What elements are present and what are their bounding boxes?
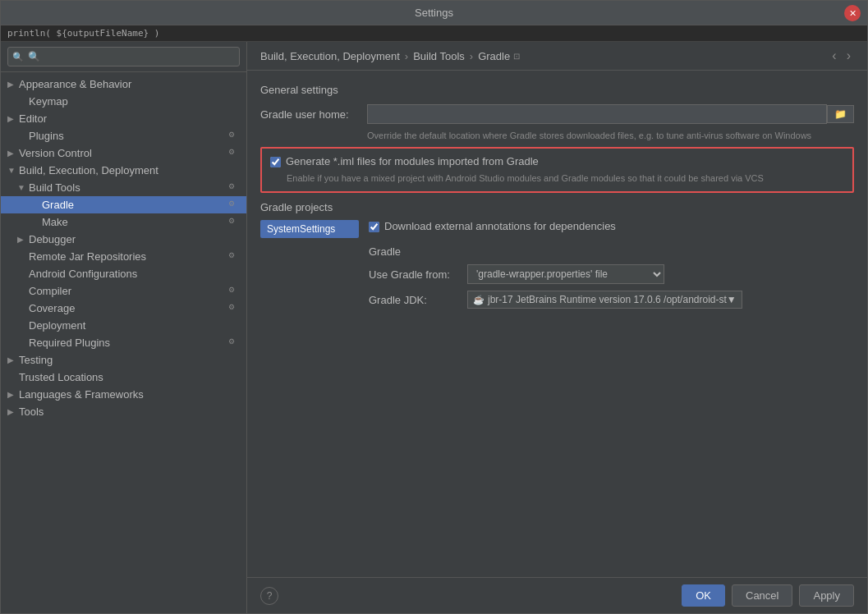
collapse-arrow: ▼ (17, 183, 29, 192)
sidebar-item-label: Appearance & Behavior (19, 78, 240, 90)
generate-iml-label: Generate *.iml files for modules importe… (286, 155, 539, 167)
sidebar-item-tools[interactable]: ▶ Tools (1, 403, 246, 420)
search-bar: 🔍 (1, 42, 246, 72)
sidebar-item-label: Remote Jar Repositories (29, 250, 228, 263)
collapse-arrow: ▶ (7, 114, 19, 123)
sidebar-item-label: Compiler (29, 285, 228, 297)
collapse-arrow: ▶ (17, 235, 29, 244)
gradle-jdk-select[interactable]: ☕ jbr-17 JetBrains Runtime version 17.0.… (467, 291, 742, 309)
sidebar-item-keymap[interactable]: Keymap (1, 93, 246, 110)
settings-badge: ⚙ (228, 337, 240, 349)
settings-badge: ⚙ (228, 286, 240, 297)
gradle-projects-container: SystemSettings Download external annotat… (260, 220, 854, 315)
download-annotations-checkbox[interactable] (369, 222, 379, 232)
download-annotations-row: Download external annotations for depend… (369, 220, 854, 232)
collapse-arrow: ▼ (7, 166, 19, 175)
browse-button[interactable]: 📁 (827, 105, 854, 123)
generate-iml-hint: Enable if you have a mixed project with … (270, 172, 844, 185)
gradle-user-home-label: Gradle user home: (260, 108, 367, 121)
settings-badge: ⚙ (228, 148, 240, 159)
breadcrumb-back-button[interactable]: ‹ (829, 48, 839, 63)
collapse-arrow: ▶ (7, 390, 19, 399)
breadcrumb-sep1: › (405, 50, 408, 62)
download-annotations-label: Download external annotations for depend… (384, 220, 616, 232)
sidebar-item-android-configs[interactable]: Android Configurations (1, 265, 246, 282)
project-item-system-settings[interactable]: SystemSettings (260, 220, 359, 238)
generate-iml-box: Generate *.iml files for modules importe… (260, 147, 854, 193)
gradle-jdk-label: Gradle JDK: (369, 294, 467, 306)
sidebar-item-label: Editor (19, 112, 240, 125)
sidebar-item-debugger[interactable]: ▶ Debugger (1, 231, 246, 248)
bottom-actions: OK Cancel Apply (682, 584, 854, 607)
sidebar-item-label: Plugins (29, 130, 228, 142)
cancel-button[interactable]: Cancel (732, 584, 792, 607)
title-bar: Settings ✕ (1, 1, 867, 25)
sidebar-item-label: Version Control (19, 147, 228, 159)
sidebar-item-build-tools[interactable]: ▼ Build Tools ⚙ (1, 179, 246, 196)
search-wrapper: 🔍 (7, 47, 240, 66)
sidebar-item-label: Testing (19, 354, 240, 366)
sidebar-item-label: Tools (19, 406, 240, 418)
sidebar-item-required-plugins[interactable]: Required Plugins ⚙ (1, 334, 246, 351)
sidebar-item-editor[interactable]: ▶ Editor (1, 110, 246, 127)
settings-badge: ⚙ (228, 303, 240, 314)
breadcrumb-bar: Build, Execution, Deployment › Build Too… (247, 42, 867, 71)
ok-button[interactable]: OK (682, 584, 725, 607)
dropdown-arrow-icon: ▼ (727, 294, 737, 305)
general-settings-title: General settings (260, 84, 854, 96)
sidebar-item-label: Languages & Frameworks (19, 388, 240, 401)
generate-iml-checkbox[interactable] (270, 157, 281, 167)
sidebar: 🔍 ▶ Appearance & Behavior Keymap ▶ (1, 42, 247, 613)
sidebar-item-label: Required Plugins (29, 337, 228, 349)
gradle-user-home-input[interactable] (367, 104, 827, 124)
breadcrumb-forward-button[interactable]: › (843, 48, 854, 63)
collapse-arrow: ▶ (7, 80, 19, 89)
close-button[interactable]: ✕ (844, 5, 861, 21)
sidebar-tree: ▶ Appearance & Behavior Keymap ▶ Editor … (1, 72, 246, 613)
use-gradle-from-select[interactable]: 'gradle-wrapper.properties' file (467, 264, 664, 284)
sidebar-item-trusted-locations[interactable]: Trusted Locations (1, 369, 246, 386)
sidebar-item-label: Android Configurations (29, 268, 240, 280)
gradle-section-title: Gradle (369, 245, 854, 258)
dialog-title: Settings (415, 7, 453, 19)
sidebar-item-deployment[interactable]: Deployment (1, 317, 246, 334)
sidebar-item-label: Build Tools (29, 181, 228, 194)
bottom-bar: ? OK Cancel Apply (247, 577, 867, 613)
sidebar-item-appearance[interactable]: ▶ Appearance & Behavior (1, 76, 246, 93)
sidebar-item-label: Coverage (29, 302, 228, 314)
sidebar-item-build-execution[interactable]: ▼ Build, Execution, Deployment (1, 162, 246, 179)
help-button[interactable]: ? (260, 587, 278, 605)
settings-badge: ⚙ (228, 131, 240, 142)
main-panel: Build, Execution, Deployment › Build Too… (247, 42, 867, 613)
sidebar-item-gradle[interactable]: Gradle ⚙ (1, 196, 246, 213)
generate-iml-row: Generate *.iml files for modules importe… (270, 155, 844, 167)
sidebar-item-languages-frameworks[interactable]: ▶ Languages & Frameworks (1, 386, 246, 403)
collapse-arrow: ▶ (7, 149, 19, 158)
use-gradle-from-label: Use Gradle from: (369, 268, 467, 281)
search-icon: 🔍 (12, 52, 24, 62)
settings-badge: ⚙ (228, 251, 240, 263)
sidebar-item-testing[interactable]: ▶ Testing (1, 351, 246, 369)
settings-dialog: Settings ✕ println( ${outputFileName} ) … (0, 0, 868, 614)
sidebar-item-version-control[interactable]: ▶ Version Control ⚙ (1, 144, 246, 162)
settings-badge: ⚙ (228, 217, 240, 228)
external-link-icon: ⊡ (513, 52, 520, 61)
sidebar-item-label: Trusted Locations (19, 371, 240, 383)
sidebar-item-make[interactable]: Make ⚙ (1, 213, 246, 231)
code-snippet: println( ${outputFileName} ) (1, 25, 867, 42)
breadcrumb-build[interactable]: Build, Execution, Deployment (260, 50, 400, 62)
breadcrumb-build-tools[interactable]: Build Tools (413, 50, 465, 62)
gradle-user-home-row: Gradle user home: 📁 (260, 104, 854, 124)
apply-button[interactable]: Apply (799, 584, 854, 607)
sidebar-item-label: Deployment (29, 319, 240, 332)
sidebar-item-plugins[interactable]: Plugins ⚙ (1, 127, 246, 144)
sidebar-item-label: Keymap (29, 95, 240, 108)
sidebar-item-compiler[interactable]: Compiler ⚙ (1, 282, 246, 300)
sidebar-item-coverage[interactable]: Coverage ⚙ (1, 300, 246, 317)
use-gradle-from-row: Use Gradle from: 'gradle-wrapper.propert… (369, 264, 854, 284)
gradle-user-home-hint: Override the default location where Grad… (260, 131, 854, 140)
search-input[interactable] (7, 47, 240, 66)
settings-badge: ⚙ (228, 182, 240, 194)
gradle-right-panel: Download external annotations for depend… (369, 220, 854, 315)
sidebar-item-remote-jar[interactable]: Remote Jar Repositories ⚙ (1, 248, 246, 265)
